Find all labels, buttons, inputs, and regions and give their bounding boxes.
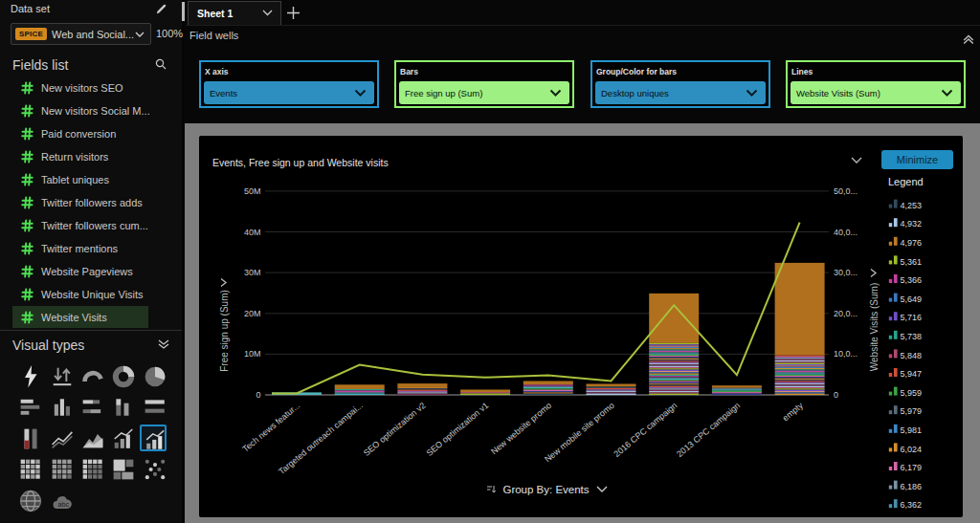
- svg-text:5,366: 5,366: [901, 275, 923, 285]
- svg-text:empty: empty: [781, 401, 806, 424]
- svg-text:6,362: 6,362: [901, 500, 923, 510]
- svg-text:5,738: 5,738: [901, 332, 923, 341]
- svg-text:SEO optimization v1: SEO optimization v1: [424, 401, 490, 458]
- svg-text:30M: 30M: [244, 268, 261, 277]
- svg-text:New mobile site promo: New mobile site promo: [543, 401, 616, 465]
- svg-text:5,649: 5,649: [901, 294, 923, 304]
- svg-text:2013 CPC campaign: 2013 CPC campaign: [675, 401, 742, 459]
- svg-text:50M: 50M: [244, 186, 261, 196]
- svg-text:40M: 40M: [244, 228, 261, 237]
- svg-text:5,979: 5,979: [901, 406, 923, 416]
- svg-text:5,981: 5,981: [901, 425, 923, 435]
- svg-text:2016 CPC campaign: 2016 CPC campaign: [612, 401, 679, 459]
- svg-text:4,253: 4,253: [901, 201, 923, 210]
- svg-text:6,179: 6,179: [901, 463, 923, 472]
- svg-text:0: 0: [256, 390, 260, 400]
- svg-text:50,0...: 50,0...: [834, 186, 858, 196]
- svg-text:5,959: 5,959: [901, 388, 923, 398]
- svg-text:SEO optimization v2: SEO optimization v2: [362, 401, 428, 458]
- svg-text:10M: 10M: [244, 349, 261, 359]
- svg-text:4,976: 4,976: [901, 238, 923, 248]
- svg-text:6,186: 6,186: [901, 482, 923, 491]
- svg-text:0: 0: [834, 390, 838, 400]
- svg-text:40,0...: 40,0...: [834, 228, 858, 237]
- svg-text:6,024: 6,024: [901, 445, 923, 454]
- svg-text:10,0...: 10,0...: [834, 349, 858, 359]
- svg-text:20,0...: 20,0...: [834, 309, 858, 318]
- svg-text:5,848: 5,848: [901, 351, 923, 360]
- svg-text:5,716: 5,716: [901, 313, 923, 322]
- svg-text:20M: 20M: [244, 309, 261, 318]
- svg-text:5,947: 5,947: [901, 369, 923, 379]
- svg-text:Tech news featur...: Tech news featur...: [240, 401, 301, 454]
- svg-text:5,361: 5,361: [901, 257, 923, 267]
- svg-text:30,0...: 30,0...: [834, 268, 858, 277]
- svg-text:4,932: 4,932: [901, 219, 923, 229]
- svg-text:New website promo: New website promo: [489, 401, 553, 456]
